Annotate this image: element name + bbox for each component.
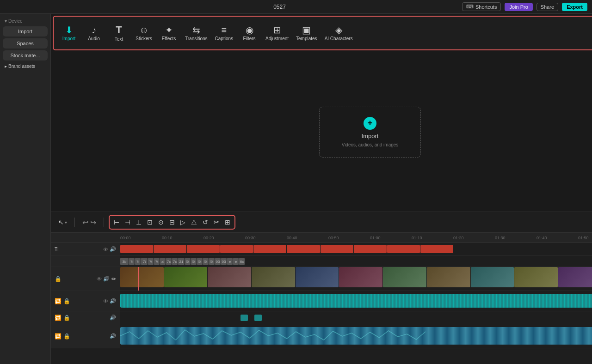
captions-icon: ≡ bbox=[221, 25, 227, 35]
label-clip[interactable]: 6c bbox=[239, 258, 245, 265]
video-clip[interactable] bbox=[427, 267, 470, 287]
copy-button[interactable]: ⊟ bbox=[167, 217, 177, 227]
sidebar-item-import[interactable]: Import bbox=[3, 26, 48, 36]
split-at-start-button[interactable]: ⊢ bbox=[111, 217, 122, 227]
toolbar-adjustment[interactable]: ⊞ Adjustment bbox=[263, 24, 291, 43]
label-clip[interactable]: 5t bbox=[203, 258, 209, 265]
label-clip[interactable]: e bbox=[233, 258, 239, 265]
cursor-button[interactable]: ↖ bbox=[58, 218, 64, 226]
label-clip[interactable]: 5t bbox=[191, 258, 197, 265]
text-clip[interactable] bbox=[220, 245, 253, 253]
waveform-clip[interactable] bbox=[120, 327, 592, 345]
import-plus-button[interactable]: + bbox=[364, 117, 376, 130]
label-clip[interactable]: 7t bbox=[148, 258, 154, 265]
text-clip[interactable] bbox=[354, 245, 387, 253]
text-clip[interactable] bbox=[387, 245, 420, 253]
label-clip[interactable]: 7i bbox=[129, 258, 135, 265]
undo-button[interactable]: ↩ bbox=[82, 218, 88, 227]
label-clip[interactable]: al bbox=[160, 258, 166, 265]
label-clip[interactable]: 5t bbox=[185, 258, 191, 265]
track-volume-button[interactable]: 🔊 bbox=[110, 246, 116, 252]
label-clip[interactable]: 7c bbox=[166, 258, 172, 265]
label-clip[interactable]: e bbox=[227, 258, 233, 265]
track-eye-button[interactable]: 👁 bbox=[103, 246, 108, 252]
share-button[interactable]: Share bbox=[536, 3, 558, 11]
video-clip[interactable] bbox=[208, 267, 251, 287]
small-clip-2[interactable] bbox=[254, 315, 262, 321]
text-clip[interactable] bbox=[253, 245, 286, 253]
toolbar-text[interactable]: T Text bbox=[107, 23, 130, 43]
text-clip[interactable] bbox=[120, 245, 153, 253]
export-button[interactable]: Export bbox=[562, 3, 587, 11]
label-clip[interactable]: 5t bbox=[197, 258, 203, 265]
shortcuts-button[interactable]: ⌨ Shortcuts bbox=[462, 2, 501, 11]
track-edit-button[interactable]: ✏ bbox=[111, 276, 116, 282]
toolbar-templates[interactable]: ▣ Templates bbox=[293, 24, 320, 43]
video-clip[interactable] bbox=[252, 267, 295, 287]
label-clip[interactable]: 5t bbox=[209, 258, 215, 265]
split-at-end-button[interactable]: ⊣ bbox=[123, 217, 133, 227]
track-small-vol-button[interactable]: 🔊 bbox=[110, 315, 116, 321]
video-clip[interactable] bbox=[383, 267, 426, 287]
audio-clip-main[interactable] bbox=[120, 294, 592, 308]
toolbar-import[interactable]: ⬇ Import bbox=[57, 24, 80, 43]
toolbar-transitions[interactable]: ⇆ Transitions bbox=[182, 24, 210, 43]
video-clip[interactable] bbox=[471, 267, 514, 287]
label-clip[interactable]: 7c bbox=[172, 258, 178, 265]
toolbar-effects[interactable]: ✦ Effects bbox=[157, 24, 180, 43]
text-clip[interactable] bbox=[287, 245, 320, 253]
video-clip[interactable] bbox=[296, 267, 339, 287]
video-clip[interactable] bbox=[514, 267, 558, 287]
track-video-eye-button[interactable]: 👁 bbox=[97, 276, 102, 282]
join-pro-button[interactable]: Join Pro bbox=[505, 3, 532, 11]
toolbar-audio[interactable]: ♪ Audio bbox=[82, 24, 105, 43]
track-header-video: 🔒 👁 🔊 ✏ bbox=[51, 267, 120, 291]
import-drop-zone[interactable]: + Import Videos, audios, and images bbox=[319, 107, 421, 158]
play-button[interactable]: ▷ bbox=[178, 217, 188, 227]
text-clip[interactable] bbox=[187, 245, 220, 253]
track-content-video[interactable] bbox=[120, 267, 592, 291]
text-clip[interactable] bbox=[420, 245, 453, 253]
duplicate-button[interactable]: ⊙ bbox=[156, 217, 166, 227]
label-clip[interactable]: 7t bbox=[141, 258, 148, 265]
toolbar-filters[interactable]: ◉ Filters bbox=[238, 24, 261, 43]
video-clip[interactable] bbox=[558, 267, 592, 287]
toolbar-ai-characters[interactable]: ◈ AI Characters bbox=[322, 24, 356, 43]
track-content-audio-main[interactable] bbox=[120, 291, 592, 311]
track-content-bottom[interactable] bbox=[120, 324, 592, 348]
track-audio-vol-button[interactable]: 🔊 bbox=[110, 298, 116, 304]
track-header-audio-main: 🔁 🔒 👁 🔊 bbox=[51, 291, 120, 311]
text-clip[interactable] bbox=[321, 245, 353, 253]
track-bottom-vol-button[interactable]: 🔊 bbox=[110, 333, 116, 339]
sidebar-item-stock[interactable]: Stock mate... bbox=[3, 50, 48, 61]
track-header-bottom: 🔁 🔒 🔊 bbox=[51, 324, 120, 348]
more-tools-button[interactable]: ⊞ bbox=[222, 217, 233, 227]
speed-button[interactable]: ⚠ bbox=[189, 217, 199, 227]
toolbar-stickers[interactable]: ☺ Stickers bbox=[132, 24, 155, 43]
text-clip[interactable] bbox=[154, 245, 186, 253]
video-clip[interactable] bbox=[120, 267, 164, 287]
track-video-vol-button[interactable]: 🔊 bbox=[103, 276, 110, 282]
small-clip-1[interactable] bbox=[240, 315, 248, 321]
track-audio-eye-button[interactable]: 👁 bbox=[103, 298, 108, 304]
loop-icon: 🔁 bbox=[55, 315, 62, 321]
cursor-caret[interactable]: ▾ bbox=[65, 220, 67, 225]
rotate-button[interactable]: ↺ bbox=[200, 217, 210, 227]
label-clip[interactable]: 21 bbox=[178, 258, 185, 265]
label-clip[interactable]: 03 bbox=[215, 258, 221, 265]
delete-button[interactable]: ⊡ bbox=[145, 217, 155, 227]
track-row-clip-small: 🔁 🔒 🔊 bbox=[51, 311, 592, 324]
label-clip[interactable]: 7i bbox=[135, 258, 141, 265]
crop-button[interactable]: ✂ bbox=[211, 217, 222, 227]
split-button[interactable]: ⊥ bbox=[134, 217, 144, 227]
label-clip[interactable]: 03 bbox=[221, 258, 227, 265]
video-clip[interactable] bbox=[164, 267, 208, 287]
sidebar-device-section[interactable]: ▾ Device bbox=[3, 18, 48, 24]
video-clip[interactable] bbox=[339, 267, 382, 287]
redo-button[interactable]: ↪ bbox=[90, 218, 96, 227]
toolbar-captions[interactable]: ≡ Captions bbox=[212, 24, 236, 43]
sidebar-item-spaces[interactable]: Spaces bbox=[3, 38, 48, 49]
label-clip[interactable]: 7t bbox=[154, 258, 160, 265]
label-clip[interactable]: 3b bbox=[120, 258, 129, 265]
sidebar-item-brand-assets[interactable]: ▸ Brand assets bbox=[3, 62, 48, 70]
